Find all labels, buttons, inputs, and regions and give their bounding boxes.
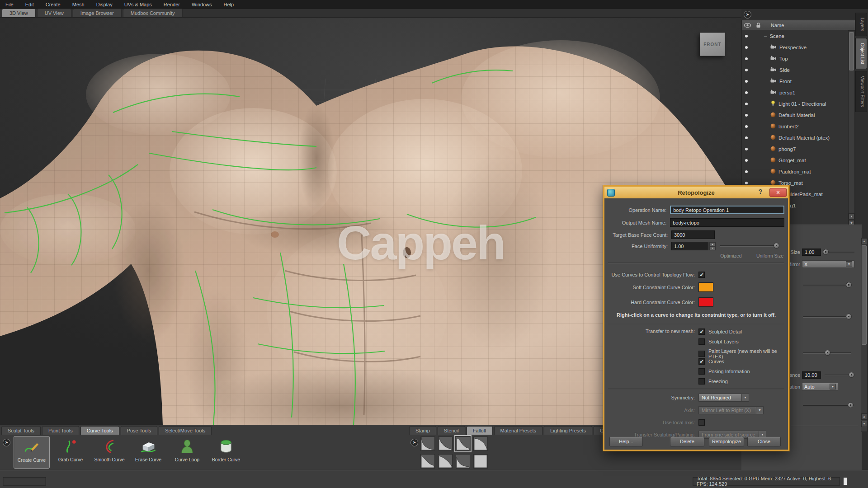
distance-slider-knob[interactable] — [849, 372, 854, 378]
visibility-dot[interactable] — [745, 125, 748, 128]
face-uniformity-slider[interactable] — [720, 245, 778, 247]
help--button[interactable]: Help... — [609, 437, 643, 446]
view-tab-3d-view[interactable]: 3D View — [2, 9, 36, 17]
tree-item-gorget-mat[interactable]: Gorget_mat — [742, 155, 848, 166]
menu-item-help[interactable]: Help — [224, 2, 234, 7]
visibility-dot[interactable] — [745, 80, 748, 83]
falloff-preset-solid[interactable] — [473, 454, 488, 469]
distance-input[interactable] — [802, 371, 821, 379]
tray-tab-select-move-tools[interactable]: Select/Move Tools — [159, 426, 212, 435]
preset-tab-stencil[interactable]: Stencil — [438, 426, 465, 435]
tray-expand-button[interactable]: ➤ — [410, 439, 418, 446]
falloff-preset-dome[interactable] — [473, 436, 488, 451]
size-slider[interactable] — [825, 252, 854, 253]
menu-item-display[interactable]: Display — [96, 2, 113, 7]
tool-border-curve[interactable]: Border Curve — [208, 436, 244, 469]
properties-scrollbar[interactable]: ▲ ▲ ▼ — [861, 238, 868, 432]
soft-constraint-color-swatch[interactable] — [698, 282, 713, 292]
menu-item-create[interactable]: Create — [46, 2, 61, 7]
dialog-title-bar[interactable]: Retopologize ? ✕ — [604, 187, 788, 198]
visibility-dot[interactable] — [745, 182, 748, 184]
strength-slider-knob[interactable] — [846, 282, 852, 288]
checkbox[interactable] — [698, 368, 705, 375]
visibility-dot[interactable] — [745, 46, 748, 49]
strength-slider[interactable] — [803, 285, 851, 286]
tray-expand-button[interactable]: ➤ — [3, 439, 10, 446]
tray-tab-pose-tools[interactable]: Pose Tools — [121, 426, 158, 435]
lock-icon[interactable] — [753, 23, 764, 28]
use-local-axis-checkbox[interactable] — [698, 419, 705, 426]
view-tab-uv-view[interactable]: UV View — [37, 9, 71, 17]
axis-dropdown[interactable]: Mirror Left to Right (X)▼ — [698, 406, 764, 414]
tree-item-side[interactable]: Side — [742, 64, 848, 75]
menu-item-uvs-maps[interactable]: UVs & Maps — [124, 2, 152, 7]
menu-item-render[interactable]: Render — [164, 2, 180, 7]
checkbox[interactable]: ✔ — [698, 328, 705, 335]
side-tab-object-list[interactable]: Object List — [855, 38, 867, 69]
orientation-dropdown[interactable]: Auto▼ — [802, 383, 838, 390]
object-list-vscrollbar[interactable]: ▲ ▼ — [848, 30, 855, 227]
size-input[interactable] — [802, 249, 821, 256]
vscroll-thumb[interactable] — [849, 32, 854, 70]
tool-smooth-curve[interactable]: Smooth Curve — [91, 436, 127, 469]
falloff-slider[interactable] — [803, 316, 851, 318]
tray-tab-sculpt-tools[interactable]: Sculpt Tools — [1, 426, 41, 435]
menu-item-file[interactable]: File — [5, 2, 14, 7]
close-button[interactable]: ✕ — [769, 188, 787, 197]
extra-slider[interactable] — [803, 405, 853, 406]
tray-tab-paint-tools[interactable]: Paint Tools — [42, 426, 79, 435]
checkbox[interactable] — [698, 351, 705, 357]
tree-item-light-01-directional[interactable]: Light 01 - Directional — [742, 98, 848, 109]
view-tab-image-browser[interactable]: Image Browser — [73, 9, 122, 17]
tree-item-default-material[interactable]: Default Material — [742, 109, 848, 121]
target-face-count-input[interactable] — [671, 230, 715, 239]
symmetry-dropdown[interactable]: Not Required▼ — [698, 394, 749, 402]
tree-item-lambert2[interactable]: lambert2 — [742, 121, 848, 132]
menu-item-edit[interactable]: Edit — [25, 2, 34, 7]
checkbox[interactable]: ✔ — [698, 358, 705, 365]
visibility-dot[interactable] — [745, 69, 748, 71]
tree-item-default-material-ptex-[interactable]: Default Material (ptex) — [742, 132, 848, 143]
tool-erase-curve[interactable]: Erase Curve — [130, 436, 166, 469]
falloff-preset-concave[interactable] — [438, 436, 453, 451]
face-uniformity-input[interactable] — [671, 242, 708, 250]
use-curves-checkbox[interactable]: ✔ — [698, 272, 705, 278]
visibility-dot[interactable] — [745, 57, 748, 60]
visibility-dot[interactable] — [745, 159, 748, 162]
visibility-dot[interactable] — [745, 148, 748, 150]
view-tab-mudbox-community[interactable]: Mudbox Community — [123, 9, 183, 17]
falloff-preset-bell[interactable] — [456, 436, 470, 451]
delete-button[interactable]: Delete — [670, 437, 704, 446]
tree-item-top[interactable]: Top — [742, 53, 848, 64]
side-tab-viewport-filters[interactable]: Viewport Filters — [855, 71, 867, 112]
output-mesh-name-input[interactable] — [670, 218, 784, 227]
tray-tab-curve-tools[interactable]: Curve Tools — [80, 426, 119, 435]
help-icon[interactable]: ? — [756, 188, 764, 196]
scroll-down-button[interactable]: ▼ — [861, 421, 867, 427]
extra-slider-knob[interactable] — [848, 402, 854, 408]
smooth-slider-knob[interactable] — [825, 350, 830, 356]
operation-name-input[interactable] — [670, 206, 784, 214]
tool-create-curve[interactable]: Create Curve — [14, 436, 50, 469]
visibility-dot[interactable] — [745, 35, 748, 38]
menu-item-mesh[interactable]: Mesh — [72, 2, 85, 7]
falloff-preset-steep-concave[interactable] — [420, 436, 435, 451]
menu-item-windows[interactable]: Windows — [192, 2, 212, 7]
visibility-dot[interactable] — [745, 136, 748, 139]
visibility-eye-icon[interactable] — [742, 23, 753, 28]
face-uniformity-knob[interactable] — [774, 243, 779, 249]
scroll-up-button[interactable]: ▲ — [861, 238, 867, 244]
size-slider-knob[interactable] — [823, 249, 829, 255]
preset-tab-falloff[interactable]: Falloff — [467, 426, 493, 435]
hard-constraint-color-swatch[interactable] — [698, 297, 713, 307]
collapse-icon[interactable]: ─ — [764, 34, 767, 38]
retopologize-button[interactable]: Retopologize — [709, 437, 744, 446]
visibility-dot[interactable] — [745, 170, 748, 173]
tree-item-perspective[interactable]: Perspective — [742, 42, 848, 53]
mirror-dropdown[interactable]: X▼ — [802, 260, 854, 268]
tree-item-front[interactable]: Front — [742, 75, 848, 87]
scroll-up-button[interactable]: ▲ — [861, 413, 867, 420]
visibility-dot[interactable] — [745, 103, 748, 105]
checkbox[interactable] — [698, 378, 705, 385]
props-scroll-thumb[interactable] — [862, 245, 867, 345]
